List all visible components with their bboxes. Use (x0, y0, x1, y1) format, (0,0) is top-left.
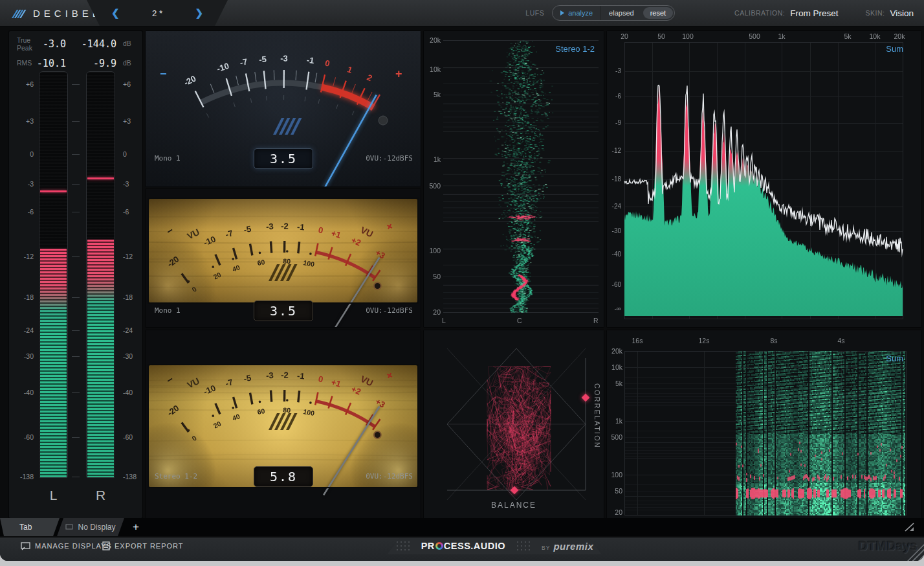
scale-tick (72, 121, 80, 122)
vu-channel-label: Mono 1 (155, 154, 181, 163)
axis-tick-label: -18 (607, 175, 621, 183)
meter-bar-left (39, 71, 68, 478)
axis-tick-label: 10k (607, 363, 622, 371)
axis-tick-label: -24 (14, 326, 34, 334)
axis-tick-label: 1k (607, 417, 622, 425)
scale-tick (72, 477, 80, 477)
scale-tick (72, 392, 80, 393)
vu-value-readout: 3.5 (254, 300, 313, 321)
tab-no-display[interactable]: No Display (57, 518, 124, 536)
elapsed-button[interactable]: elapsed (601, 6, 642, 20)
axis-tick-label: L (442, 317, 446, 324)
resize-handle-icon[interactable] (903, 521, 916, 533)
display-icon (65, 524, 73, 530)
axis-tick-label: 0 (14, 150, 34, 158)
analyze-button[interactable]: analyze (553, 6, 601, 20)
meter-fill-left (40, 249, 67, 478)
vu-reference-label: 0VU:-12dBFS (366, 154, 413, 163)
current-tab-label[interactable]: 2 * (152, 8, 162, 18)
true-peak-left-value: -3.0 (21, 38, 66, 50)
dot-pattern (395, 540, 411, 552)
decibel-logo-icon (10, 5, 27, 21)
axis-tick-label: 20 (617, 32, 632, 40)
export-report-button[interactable]: EXPORT REPORT (98, 538, 188, 554)
manage-displays-icon (21, 542, 30, 550)
spectrogram-display (607, 330, 921, 518)
skin-setting[interactable]: SKIN: Vision (866, 8, 914, 18)
spectral-panorama-panel: Stereo 1-2 20k10k5k1k5001005020LCR (424, 31, 604, 327)
scale-tick (72, 297, 80, 298)
axis-tick-label: 1k (774, 32, 789, 40)
axis-tick-label: -60 (607, 281, 621, 289)
scale-tick (72, 330, 80, 331)
axis-tick-label: R (593, 317, 599, 324)
axis-tick-label: -138 (14, 473, 34, 481)
axis-tick-label: 20k (607, 347, 622, 355)
vu-reference-label: 0VU:-12dBFS (366, 306, 413, 315)
axis-tick-label: 100 (680, 32, 696, 40)
axis-tick-label: 10k (867, 32, 883, 40)
scale-tick (72, 212, 80, 212)
vu-value-readout: 3.5 (254, 148, 313, 169)
reset-button[interactable]: reset (643, 7, 673, 19)
lufs-button-group: analyze elapsed reset (552, 5, 675, 21)
display-tab-bar: Tab No Display + (0, 518, 924, 536)
decibel-plugin-window: DECIBEL ❮ 2 * ❯ LUFS analyze elapsed res… (0, 0, 924, 561)
lufs-label: LUFS (525, 9, 544, 17)
axis-tick-label: -12 (607, 147, 621, 155)
footer-branding: PRCESS.AUDIO BY puremix (387, 538, 602, 554)
vu-channel-label: Stereo 1-2 (155, 472, 197, 481)
axis-tick-label: 50 (654, 32, 669, 40)
axis-tick-label: C (517, 317, 522, 324)
axis-tick-label: 16s (628, 337, 646, 345)
add-tab-button[interactable]: + (128, 519, 144, 535)
footer-bar: MANAGE DISPLAYS EXPORT REPORT PRCESS.AUD… (0, 538, 924, 561)
dot-pattern (516, 540, 531, 552)
axis-tick-label: -3 (14, 180, 34, 188)
brand-o-ring (435, 542, 443, 550)
calibration-label: CALIBRATION: (734, 9, 785, 17)
axis-tick-label: +6 (123, 80, 142, 88)
next-tab-button[interactable]: ❯ (192, 6, 206, 20)
scale-tick (72, 154, 80, 155)
vu-meter-vintage-stereo-display (146, 330, 421, 518)
axis-tick-label: -6 (607, 93, 621, 100)
rms-left-value: -10.1 (21, 58, 66, 69)
tab-active[interactable]: Tab (0, 518, 60, 536)
scale-tick (72, 437, 80, 438)
axis-tick-label: -60 (14, 433, 34, 441)
peak-hold-right (87, 177, 114, 179)
axis-tick-label: +6 (14, 80, 34, 88)
header-bar: DECIBEL ❮ 2 * ❯ LUFS analyze elapsed res… (0, 0, 924, 27)
puremix-logo: BY puremix (542, 541, 593, 552)
vu-value: 5.8 (270, 469, 297, 484)
axis-tick-label: 500 (607, 433, 622, 441)
prev-tab-button[interactable]: ❮ (109, 6, 122, 20)
meter-bar-right (86, 71, 115, 478)
axis-tick-label: 0 (123, 150, 142, 158)
axis-tick-label: 20k (424, 36, 441, 44)
axis-tick-label: 20 (424, 308, 441, 316)
correlation-axis-label: CORRELATION (593, 383, 601, 449)
vu-value: 3.5 (270, 151, 297, 166)
axis-tick-label: 20k (892, 32, 907, 40)
analyze-label: analyze (568, 9, 593, 17)
tab-label: Tab (19, 523, 32, 532)
brand-text: PR (421, 541, 435, 551)
export-report-label: EXPORT REPORT (115, 542, 184, 550)
meter-fill-right (87, 240, 114, 477)
balance-axis-label: BALANCE (424, 501, 604, 510)
channel-label-right: R (86, 488, 115, 503)
spectrogram-panel: Sum 16s12s8s4s20k10k5k1k5001005020 (607, 330, 921, 518)
vu-meter-modern-panel: Mono 1 3.5 0VU:-12dBFS (146, 31, 421, 187)
play-icon (560, 10, 564, 16)
scale-tick (72, 356, 80, 357)
export-report-icon (102, 541, 110, 550)
scale-tick (72, 84, 80, 85)
axis-tick-label: -40 (123, 389, 142, 396)
calibration-setting[interactable]: CALIBRATION: From Preset (734, 8, 838, 18)
correlation-scope-display (424, 330, 604, 518)
axis-tick-label: -12 (14, 253, 34, 260)
axis-tick-label: 50 (607, 487, 622, 495)
vu-value-readout: 5.8 (254, 466, 313, 487)
